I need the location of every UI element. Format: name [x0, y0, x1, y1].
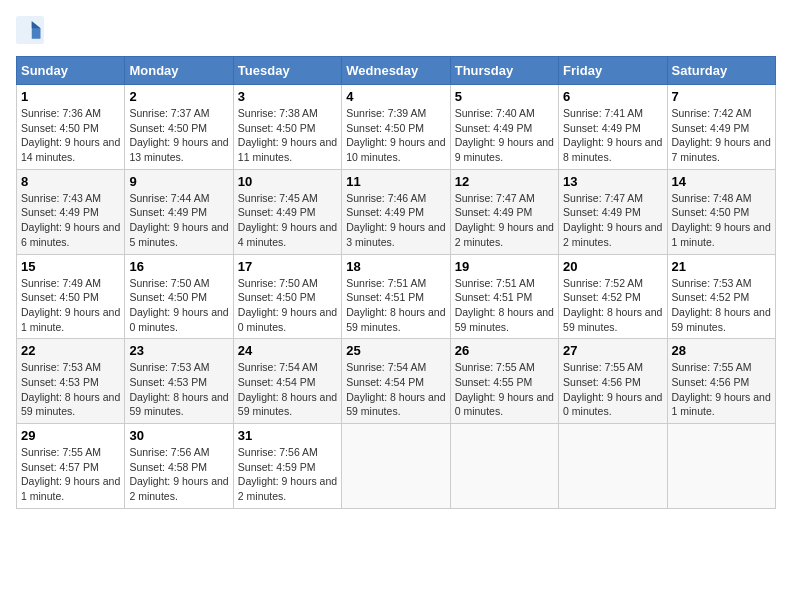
- daylight: Daylight: 9 hours and 0 minutes.: [563, 390, 662, 419]
- day-info: Sunrise: 7:39 AM Sunset: 4:50 PM Dayligh…: [346, 106, 445, 165]
- sunrise: Sunrise: 7:50 AM: [238, 276, 337, 291]
- calendar-cell: 5 Sunrise: 7:40 AM Sunset: 4:49 PM Dayli…: [450, 85, 558, 170]
- daylight: Daylight: 9 hours and 0 minutes.: [455, 390, 554, 419]
- sunrise: Sunrise: 7:50 AM: [129, 276, 228, 291]
- daylight: Daylight: 9 hours and 2 minutes.: [129, 474, 228, 503]
- daylight: Daylight: 9 hours and 3 minutes.: [346, 220, 445, 249]
- day-info: Sunrise: 7:38 AM Sunset: 4:50 PM Dayligh…: [238, 106, 337, 165]
- daylight: Daylight: 9 hours and 9 minutes.: [455, 135, 554, 164]
- sunset: Sunset: 4:49 PM: [455, 121, 554, 136]
- calendar-cell: 9 Sunrise: 7:44 AM Sunset: 4:49 PM Dayli…: [125, 169, 233, 254]
- calendar-cell: 23 Sunrise: 7:53 AM Sunset: 4:53 PM Dayl…: [125, 339, 233, 424]
- page-header: [16, 16, 776, 44]
- sunset: Sunset: 4:52 PM: [672, 290, 771, 305]
- sunrise: Sunrise: 7:45 AM: [238, 191, 337, 206]
- day-info: Sunrise: 7:45 AM Sunset: 4:49 PM Dayligh…: [238, 191, 337, 250]
- calendar-header-row: SundayMondayTuesdayWednesdayThursdayFrid…: [17, 57, 776, 85]
- sunset: Sunset: 4:53 PM: [129, 375, 228, 390]
- daylight: Daylight: 9 hours and 5 minutes.: [129, 220, 228, 249]
- sunrise: Sunrise: 7:51 AM: [346, 276, 445, 291]
- day-info: Sunrise: 7:37 AM Sunset: 4:50 PM Dayligh…: [129, 106, 228, 165]
- weekday-header-saturday: Saturday: [667, 57, 775, 85]
- daylight: Daylight: 9 hours and 4 minutes.: [238, 220, 337, 249]
- day-info: Sunrise: 7:42 AM Sunset: 4:49 PM Dayligh…: [672, 106, 771, 165]
- daylight: Daylight: 8 hours and 59 minutes.: [563, 305, 662, 334]
- sunset: Sunset: 4:50 PM: [346, 121, 445, 136]
- sunset: Sunset: 4:56 PM: [563, 375, 662, 390]
- sunset: Sunset: 4:50 PM: [238, 121, 337, 136]
- weekday-header-thursday: Thursday: [450, 57, 558, 85]
- daylight: Daylight: 9 hours and 2 minutes.: [238, 474, 337, 503]
- sunrise: Sunrise: 7:53 AM: [21, 360, 120, 375]
- sunset: Sunset: 4:56 PM: [672, 375, 771, 390]
- sunrise: Sunrise: 7:55 AM: [672, 360, 771, 375]
- calendar-week-2: 8 Sunrise: 7:43 AM Sunset: 4:49 PM Dayli…: [17, 169, 776, 254]
- calendar-cell: 15 Sunrise: 7:49 AM Sunset: 4:50 PM Dayl…: [17, 254, 125, 339]
- daylight: Daylight: 9 hours and 8 minutes.: [563, 135, 662, 164]
- sunrise: Sunrise: 7:56 AM: [129, 445, 228, 460]
- sunset: Sunset: 4:49 PM: [346, 205, 445, 220]
- sunrise: Sunrise: 7:49 AM: [21, 276, 120, 291]
- sunset: Sunset: 4:52 PM: [563, 290, 662, 305]
- daylight: Daylight: 9 hours and 1 minute.: [672, 390, 771, 419]
- sunrise: Sunrise: 7:54 AM: [346, 360, 445, 375]
- day-number: 25: [346, 343, 445, 358]
- day-info: Sunrise: 7:52 AM Sunset: 4:52 PM Dayligh…: [563, 276, 662, 335]
- sunrise: Sunrise: 7:37 AM: [129, 106, 228, 121]
- day-number: 30: [129, 428, 228, 443]
- weekday-header-sunday: Sunday: [17, 57, 125, 85]
- calendar-cell: 16 Sunrise: 7:50 AM Sunset: 4:50 PM Dayl…: [125, 254, 233, 339]
- day-info: Sunrise: 7:53 AM Sunset: 4:53 PM Dayligh…: [129, 360, 228, 419]
- sunset: Sunset: 4:55 PM: [455, 375, 554, 390]
- sunset: Sunset: 4:50 PM: [129, 121, 228, 136]
- day-info: Sunrise: 7:53 AM Sunset: 4:53 PM Dayligh…: [21, 360, 120, 419]
- daylight: Daylight: 9 hours and 14 minutes.: [21, 135, 120, 164]
- sunrise: Sunrise: 7:36 AM: [21, 106, 120, 121]
- calendar-cell: 19 Sunrise: 7:51 AM Sunset: 4:51 PM Dayl…: [450, 254, 558, 339]
- sunrise: Sunrise: 7:41 AM: [563, 106, 662, 121]
- sunrise: Sunrise: 7:47 AM: [563, 191, 662, 206]
- sunset: Sunset: 4:50 PM: [672, 205, 771, 220]
- day-number: 19: [455, 259, 554, 274]
- calendar-cell: 10 Sunrise: 7:45 AM Sunset: 4:49 PM Dayl…: [233, 169, 341, 254]
- sunrise: Sunrise: 7:55 AM: [21, 445, 120, 460]
- calendar-cell: 1 Sunrise: 7:36 AM Sunset: 4:50 PM Dayli…: [17, 85, 125, 170]
- calendar-cell: 30 Sunrise: 7:56 AM Sunset: 4:58 PM Dayl…: [125, 424, 233, 509]
- calendar-cell: 18 Sunrise: 7:51 AM Sunset: 4:51 PM Dayl…: [342, 254, 450, 339]
- calendar-table: SundayMondayTuesdayWednesdayThursdayFrid…: [16, 56, 776, 509]
- sunset: Sunset: 4:49 PM: [21, 205, 120, 220]
- calendar-cell: 20 Sunrise: 7:52 AM Sunset: 4:52 PM Dayl…: [559, 254, 667, 339]
- calendar-cell: 26 Sunrise: 7:55 AM Sunset: 4:55 PM Dayl…: [450, 339, 558, 424]
- day-info: Sunrise: 7:47 AM Sunset: 4:49 PM Dayligh…: [563, 191, 662, 250]
- day-number: 31: [238, 428, 337, 443]
- sunset: Sunset: 4:54 PM: [238, 375, 337, 390]
- day-info: Sunrise: 7:48 AM Sunset: 4:50 PM Dayligh…: [672, 191, 771, 250]
- calendar-cell: 24 Sunrise: 7:54 AM Sunset: 4:54 PM Dayl…: [233, 339, 341, 424]
- sunrise: Sunrise: 7:48 AM: [672, 191, 771, 206]
- calendar-cell: 4 Sunrise: 7:39 AM Sunset: 4:50 PM Dayli…: [342, 85, 450, 170]
- calendar-week-1: 1 Sunrise: 7:36 AM Sunset: 4:50 PM Dayli…: [17, 85, 776, 170]
- daylight: Daylight: 9 hours and 1 minute.: [21, 305, 120, 334]
- daylight: Daylight: 9 hours and 2 minutes.: [455, 220, 554, 249]
- daylight: Daylight: 9 hours and 1 minute.: [21, 474, 120, 503]
- daylight: Daylight: 9 hours and 0 minutes.: [129, 305, 228, 334]
- sunset: Sunset: 4:51 PM: [346, 290, 445, 305]
- day-number: 1: [21, 89, 120, 104]
- day-number: 4: [346, 89, 445, 104]
- day-number: 3: [238, 89, 337, 104]
- day-info: Sunrise: 7:55 AM Sunset: 4:57 PM Dayligh…: [21, 445, 120, 504]
- day-info: Sunrise: 7:54 AM Sunset: 4:54 PM Dayligh…: [346, 360, 445, 419]
- sunrise: Sunrise: 7:39 AM: [346, 106, 445, 121]
- day-info: Sunrise: 7:55 AM Sunset: 4:55 PM Dayligh…: [455, 360, 554, 419]
- day-number: 2: [129, 89, 228, 104]
- day-number: 27: [563, 343, 662, 358]
- sunset: Sunset: 4:49 PM: [129, 205, 228, 220]
- sunrise: Sunrise: 7:44 AM: [129, 191, 228, 206]
- sunset: Sunset: 4:49 PM: [563, 205, 662, 220]
- day-info: Sunrise: 7:51 AM Sunset: 4:51 PM Dayligh…: [346, 276, 445, 335]
- day-info: Sunrise: 7:40 AM Sunset: 4:49 PM Dayligh…: [455, 106, 554, 165]
- day-info: Sunrise: 7:50 AM Sunset: 4:50 PM Dayligh…: [129, 276, 228, 335]
- daylight: Daylight: 9 hours and 11 minutes.: [238, 135, 337, 164]
- day-info: Sunrise: 7:46 AM Sunset: 4:49 PM Dayligh…: [346, 191, 445, 250]
- day-info: Sunrise: 7:55 AM Sunset: 4:56 PM Dayligh…: [672, 360, 771, 419]
